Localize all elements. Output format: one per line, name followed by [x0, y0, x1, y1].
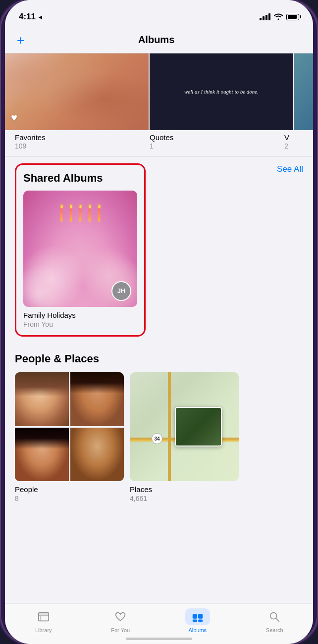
svg-rect-48 [176, 408, 221, 446]
shared-albums-outer-row: Shared Albums [15, 163, 303, 337]
places-thumbnail: 34 [130, 372, 239, 481]
tab-for-you-label: For You [111, 627, 130, 633]
svg-point-27 [25, 441, 38, 453]
svg-point-21 [101, 397, 103, 399]
people-places-header: People & Places [15, 352, 303, 365]
svg-point-17 [90, 378, 104, 392]
person-4-thumbnail [70, 428, 124, 482]
svg-point-51 [183, 419, 197, 433]
svg-point-44 [91, 449, 94, 451]
svg-rect-49 [176, 408, 221, 446]
svg-rect-54 [176, 408, 221, 420]
svg-point-42 [90, 448, 94, 452]
tab-albums[interactable]: Albums [159, 608, 236, 633]
top-albums-row: ♥ well as I think it ought to be done. [5, 53, 313, 130]
svg-rect-59 [193, 614, 197, 618]
svg-point-50 [177, 423, 189, 435]
home-indicator [126, 638, 192, 640]
svg-rect-24 [15, 428, 69, 482]
shared-section-header: Shared Albums [23, 172, 137, 185]
people-label: People [15, 485, 124, 494]
tab-library-label: Library [35, 627, 52, 633]
svg-point-3 [30, 378, 53, 397]
phone-screen: 4:11 ◂ [5, 0, 313, 644]
svg-point-18 [91, 396, 95, 400]
tab-for-you[interactable]: For You [82, 608, 159, 633]
status-right [260, 13, 299, 21]
map-photo-overlay [175, 407, 222, 446]
person-2-thumbnail [70, 372, 124, 426]
places-group[interactable]: 34 [130, 372, 239, 502]
svg-point-7 [44, 395, 48, 399]
svg-rect-1 [15, 372, 69, 426]
tab-library[interactable]: Library [5, 608, 82, 633]
people-places-title: People & Places [15, 352, 99, 365]
svg-point-10 [40, 400, 43, 402]
wifi-icon [274, 13, 283, 21]
svg-rect-47 [85, 463, 109, 481]
favorites-album-count: 109 [15, 142, 149, 150]
svg-point-15 [80, 385, 92, 397]
svg-point-43 [100, 448, 104, 452]
status-bar: 4:11 ◂ [5, 0, 313, 27]
albums-icon [191, 610, 204, 623]
shared-albums-title: Shared Albums [23, 172, 103, 185]
add-button[interactable]: + [17, 34, 24, 47]
shared-albums-see-all[interactable]: See All [267, 164, 303, 174]
svg-point-22 [96, 401, 99, 403]
people-count: 8 [15, 495, 124, 502]
svg-point-32 [46, 452, 48, 454]
search-icon [268, 610, 281, 623]
family-holidays-subtitle: From You [23, 320, 137, 328]
svg-rect-11 [31, 410, 53, 426]
svg-rect-4 [30, 387, 35, 403]
svg-point-2 [31, 386, 53, 410]
svg-point-33 [40, 456, 43, 458]
people-group[interactable]: People 8 [15, 372, 124, 502]
svg-rect-38 [70, 428, 95, 482]
svg-point-52 [193, 414, 210, 431]
svg-point-25 [31, 443, 53, 466]
person-3-thumbnail [15, 428, 69, 482]
svg-rect-0 [15, 372, 69, 426]
family-holidays-thumbnail[interactable]: JH [23, 191, 137, 307]
people-thumbnail-grid [15, 372, 124, 481]
places-count: 4,661 [130, 495, 239, 502]
svg-point-8 [37, 396, 39, 398]
svg-point-45 [101, 449, 104, 451]
svg-rect-12 [70, 372, 124, 426]
status-time: 4:11 ◂ [19, 12, 42, 22]
favorites-album-thumbnail: ♥ [5, 53, 149, 130]
favorites-album-name: Favorites [15, 133, 149, 142]
quotes-album-thumb-container[interactable]: well as I think it ought to be done. [150, 53, 293, 130]
svg-point-19 [100, 396, 104, 400]
favorites-album-thumb-container[interactable]: ♥ [5, 53, 149, 130]
shared-albums-highlight-box: Shared Albums [15, 163, 146, 337]
svg-point-39 [84, 436, 109, 463]
album-labels-row: Favorites 109 Quotes 1 V 2 [5, 130, 313, 156]
tab-search-label: Search [266, 627, 283, 633]
svg-point-14 [84, 375, 109, 396]
page-title: Albums [138, 34, 174, 46]
svg-rect-35 [34, 466, 49, 481]
svg-line-64 [276, 618, 279, 621]
third-album-name: V [284, 133, 303, 142]
cake-candles [60, 208, 101, 222]
svg-rect-56 [39, 613, 49, 616]
quotes-album-count: 1 [150, 142, 283, 150]
person-1-thumbnail [15, 372, 69, 426]
phone-frame: 4:11 ◂ [0, 0, 318, 644]
svg-rect-5 [49, 387, 53, 401]
scroll-content: ♥ well as I think it ought to be done. F [5, 53, 313, 576]
svg-point-16 [102, 385, 114, 397]
svg-rect-62 [198, 620, 203, 622]
svg-point-31 [37, 452, 39, 454]
svg-rect-61 [193, 620, 197, 622]
people-places-section: People & Places [5, 346, 313, 512]
svg-rect-36 [70, 428, 124, 482]
family-holidays-name: Family Holidays [23, 311, 137, 319]
third-album-thumb-container[interactable] [294, 53, 313, 130]
tab-search[interactable]: Search [236, 608, 314, 633]
for-you-icon [114, 610, 127, 623]
library-icon [37, 610, 50, 623]
